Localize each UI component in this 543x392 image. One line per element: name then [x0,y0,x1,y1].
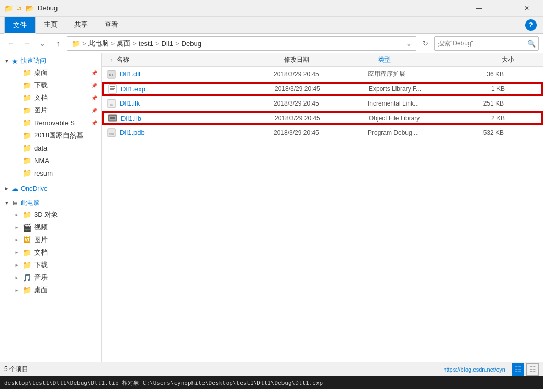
path-dropdown-icon: ⌄ [406,40,412,48]
file-size-exp: 1 KB [463,85,505,93]
path-arrow-1: > [111,40,115,48]
close-button[interactable]: ✕ [515,0,539,17]
svg-rect-10 [110,117,115,118]
sidebar-section-this-pc[interactable]: ▼ 🖥 此电脑 [0,195,101,209]
sidebar-item-downloads-1[interactable]: 📁 下载 📌 [0,79,101,91]
file-row-dll[interactable]: DLL Dll1.dll 2018/3/29 20:45 应用程序扩展 36 K… [102,67,543,82]
sidebar-item-label: 桌面 [34,68,48,77]
sidebar-item-docs[interactable]: ► 📁 文档 [0,246,101,259]
tab-share[interactable]: 共享 [66,17,96,33]
sidebar-item-label: 文档 [34,93,48,102]
file-date-ilk: 2018/3/29 20:45 [274,100,368,107]
status-bar: 5 个项目 https://blog.csdn.net/cyn ☷ ☷ [0,362,543,376]
back-button[interactable]: ← [4,37,18,50]
ribbon-tabs: 文件 主页 共享 查看 ? [0,17,543,33]
address-path[interactable]: 📁 > 此电脑 > 桌面 > test1 > Dll1 > Debug ⌄ [67,36,416,51]
file-row-exp[interactable]: Dll1.exp 2018/3/29 20:45 Exports Library… [102,82,543,96]
sidebar-section-quick-access[interactable]: ▼ ★ 快速访问 [0,53,101,66]
sidebar-item-downloads[interactable]: ► 📁 下载 [0,259,101,271]
file-row-pdb[interactable]: PDB Dll1.pdb 2018/3/29 20:45 Program Deb… [102,125,543,140]
docs-icon: 📁 [22,248,31,257]
folder-icon: 📁 [22,131,31,140]
minimize-button[interactable]: — [467,0,491,17]
large-icon-view-button[interactable]: ☷ [526,363,539,376]
file-list: ↑ 名称 修改日期 类型 大小 DLL Dll1.dll 2018/3/29 2… [102,53,543,362]
sidebar-item-pics-1[interactable]: 📁 图片 📌 [0,104,101,117]
file-row-ilk[interactable]: ILK Dll1.ilk 2018/3/29 20:45 Incremental… [102,96,543,111]
sidebar-item-music[interactable]: ► 🎵 音乐 [0,271,101,284]
file-date-pdb: 2018/3/29 20:45 [274,129,368,136]
sidebar-item-natural[interactable]: 📁 2018国家自然基 [0,129,101,142]
path-segment-6: Debug [182,40,201,48]
this-pc-icon: 🖥 [12,199,18,207]
expand-icon: ► [15,263,22,268]
up-button[interactable]: ↑ [51,37,65,50]
refresh-button[interactable]: ↻ [418,37,432,50]
svg-rect-3 [110,86,115,87]
path-arrow-4: > [175,40,179,48]
onedrive-expand-icon: ► [4,186,12,191]
file-date-dll: 2018/3/29 20:45 [274,71,368,78]
address-bar: ← → ⌄ ↑ 📁 > 此电脑 > 桌面 > test1 > Dll1 > De… [0,34,543,53]
tab-home[interactable]: 主页 [36,17,66,33]
main-layout: ▼ ★ 快速访问 📁 桌面 📌 📁 下载 📌 📁 文档 📌 📁 图片 📌 [0,53,543,362]
sidebar-item-resum[interactable]: 📁 resum [0,167,101,179]
search-icon[interactable]: 🔍 [525,37,538,50]
file-size-lib: 2 KB [463,114,505,122]
sidebar-item-label: 下载 [34,80,48,90]
details-view-button[interactable]: ☷ [512,363,524,376]
file-date-exp: 2018/3/29 20:45 [275,85,369,93]
window-controls: — ☐ ✕ [467,0,539,17]
file-type-pdb: Program Debug ... [368,129,462,136]
column-header-type[interactable]: 类型 [378,55,472,64]
sidebar-item-docs-1[interactable]: 📁 文档 📌 [0,91,101,104]
sidebar-item-label: 视频 [34,223,48,232]
sidebar-item-removable[interactable]: 📁 Removable S 📌 [0,117,101,129]
file-type-ilk: Incremental Link... [368,100,462,107]
sidebar-item-desktop-1[interactable]: 📁 桌面 📌 [0,66,101,79]
folder-3d-icon: 📁 [22,210,31,220]
sidebar-item-label: NMA [34,157,49,165]
folder-icon-3: 📂 [25,4,33,13]
sidebar-item-desktop-2[interactable]: ► 📁 桌面 [0,284,101,296]
file-type-lib: Object File Library [369,114,463,122]
sidebar-item-video[interactable]: ► 🎬 视频 [0,221,101,234]
search-box[interactable]: 🔍 [434,36,539,51]
folder-icon: 📁 [22,106,31,115]
help-button[interactable]: ? [525,19,537,31]
path-arrow-0: > [82,40,86,48]
tab-file[interactable]: 文件 [4,17,36,34]
status-right: https://blog.csdn.net/cyn ☷ ☷ [443,363,539,376]
file-row-lib[interactable]: Dll1.lib 2018/3/29 20:45 Object File Lib… [102,111,543,125]
svg-text:PDB: PDB [109,133,114,135]
pin-icon: 📌 [91,120,97,126]
column-header-name[interactable]: 名称 [117,55,284,64]
file-type-dll: 应用程序扩展 [368,70,462,78]
sidebar: ▼ ★ 快速访问 📁 桌面 📌 📁 下载 📌 📁 文档 📌 📁 图片 📌 [0,53,102,362]
file-name-ilk: Dll1.ilk [120,99,274,107]
quick-access-label: 快速访问 [21,56,46,65]
sidebar-item-3d[interactable]: ► 📁 3D 对象 [0,209,101,221]
file-icon-dll: DLL [106,69,117,79]
folder-icon: 📁 [22,93,31,102]
file-name-dll: Dll1.dll [120,70,274,78]
sidebar-item-data[interactable]: 📁 data [0,142,101,154]
sidebar-item-label: Removable S [34,119,75,127]
column-header-size[interactable]: 大小 [472,55,514,64]
pin-icon: 📌 [91,95,97,101]
recent-locations-button[interactable]: ⌄ [36,37,49,50]
expand-icon: ► [15,238,22,243]
sidebar-section-onedrive[interactable]: ► ☁ OneDrive [0,181,101,193]
maximize-button[interactable]: ☐ [491,0,515,17]
search-input[interactable] [435,40,525,47]
path-segment-5: Dll1 [162,40,173,48]
video-icon: 🎬 [22,223,31,232]
sidebar-item-label: 音乐 [34,273,48,282]
tab-view[interactable]: 查看 [96,17,127,33]
file-size-ilk: 251 KB [462,100,504,107]
column-header-date[interactable]: 修改日期 [284,55,378,64]
path-arrow-2: > [132,40,137,48]
sidebar-item-pics[interactable]: ► 🖼 图片 [0,234,101,246]
forward-button[interactable]: → [20,37,33,50]
sidebar-item-nma[interactable]: 📁 NMA [0,154,101,167]
